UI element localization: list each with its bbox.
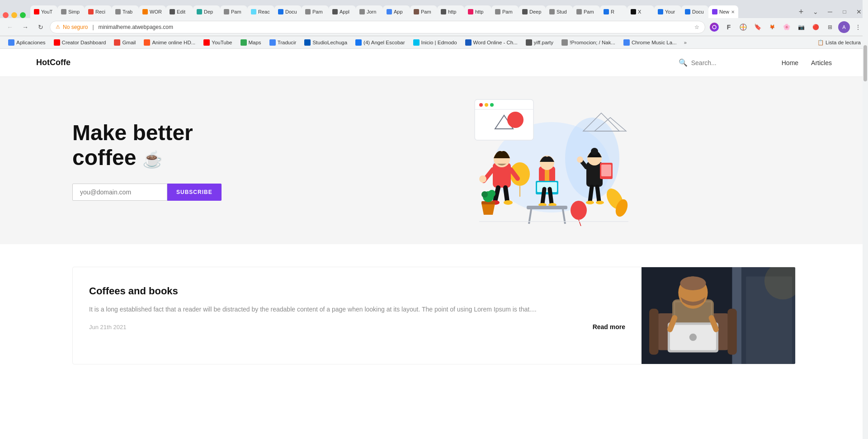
- svg-line-40: [590, 187, 592, 201]
- blog-card-title: Coffees and books: [89, 285, 625, 297]
- tab-edit[interactable]: Edit: [166, 5, 193, 18]
- bookmark-anime[interactable]: Anime online HD...: [140, 38, 199, 47]
- tab-deep[interactable]: Deep: [519, 5, 546, 18]
- hero-right: [262, 95, 832, 226]
- font-icon[interactable]: F: [722, 21, 735, 33]
- tab-reci[interactable]: Reci: [85, 5, 112, 18]
- bookmark-ext-icon[interactable]: 🔖: [751, 21, 764, 33]
- extensions-more-icon[interactable]: ⊞: [824, 21, 836, 33]
- ext-2-icon[interactable]: 🌸: [780, 21, 793, 33]
- blog-section: Coffees and books It is a long establish…: [0, 244, 868, 387]
- minimize-btn[interactable]: ─: [824, 5, 836, 18]
- bookmarks-more-btn[interactable]: »: [681, 39, 689, 46]
- bookmark-edmodo[interactable]: Inicio | Edmodo: [410, 38, 461, 47]
- extensions-icon[interactable]: [708, 21, 721, 33]
- nav-home[interactable]: Home: [782, 59, 798, 66]
- new-tab-btn[interactable]: +: [795, 5, 807, 18]
- tab-list-btn[interactable]: ⌄: [809, 5, 822, 18]
- bookmark-creator[interactable]: Creator Dashboard: [50, 38, 110, 47]
- tab-jorn[interactable]: Jorn: [356, 5, 383, 18]
- tab-simp[interactable]: Simp: [57, 5, 85, 18]
- palette-icon[interactable]: [737, 21, 750, 33]
- ext-3-icon[interactable]: 📷: [795, 21, 807, 33]
- svg-line-32: [550, 189, 552, 203]
- tab-trab[interactable]: Trab: [112, 5, 139, 18]
- minimize-window-btn[interactable]: [11, 12, 17, 18]
- svg-point-0: [712, 25, 716, 29]
- bookmark-favicon: [241, 39, 247, 46]
- tab-docu[interactable]: Docu: [274, 5, 302, 18]
- search-icon: 🔍: [679, 58, 688, 67]
- subscribe-button[interactable]: SUBSCRIBE: [167, 184, 222, 201]
- nav-links: Home Articles: [782, 59, 832, 66]
- tab-close-btn[interactable]: ✕: [731, 9, 735, 14]
- ext-4-icon[interactable]: 🔴: [809, 21, 822, 33]
- bookmark-yiff[interactable]: yiff.party: [522, 38, 557, 47]
- tab-r[interactable]: R: [600, 5, 627, 18]
- svg-rect-63: [649, 309, 658, 355]
- reading-list-btn[interactable]: 📋 Lista de lectura: [815, 38, 863, 47]
- reading-list-icon: 📋: [817, 39, 824, 46]
- tab-pam2[interactable]: Pam: [302, 5, 329, 18]
- tab-pam[interactable]: Pam: [220, 5, 247, 18]
- bookmark-traducir[interactable]: Traducir: [266, 38, 300, 47]
- bookmark-aplicaciones[interactable]: Aplicaciones: [5, 38, 49, 47]
- maximize-btn[interactable]: □: [838, 5, 851, 18]
- svg-rect-4: [475, 99, 533, 140]
- tab-reac[interactable]: Reac: [247, 5, 274, 18]
- tab-youtube[interactable]: YouT: [30, 5, 57, 18]
- tab-appl[interactable]: Appl: [329, 5, 356, 18]
- address-bar[interactable]: ⚠ No seguro | minimalheme.atwebpages.com…: [50, 21, 705, 33]
- bookmark-gmail[interactable]: Gmail: [110, 38, 139, 47]
- svg-point-24: [504, 200, 513, 205]
- read-more-link[interactable]: Read more: [593, 323, 625, 330]
- bookmark-favicon: [355, 39, 362, 46]
- tab-x[interactable]: X: [627, 5, 654, 18]
- tab-http2[interactable]: http: [464, 5, 491, 18]
- bookmark-youtube[interactable]: YouTube: [200, 38, 236, 47]
- blog-card-image: [642, 267, 795, 364]
- scrollbar-thumb[interactable]: [863, 45, 867, 81]
- bookmark-promo[interactable]: !Promocion; / Nak...: [558, 38, 619, 47]
- bookmark-favicon: [465, 39, 472, 46]
- tab-stud[interactable]: Stud: [546, 5, 573, 18]
- tab-pam5[interactable]: Pam: [573, 5, 600, 18]
- maximize-window-btn[interactable]: [20, 12, 26, 18]
- svg-point-43: [596, 201, 604, 204]
- bookmark-maps[interactable]: Maps: [237, 38, 265, 47]
- browser-scrollbar[interactable]: [863, 0, 868, 401]
- bookmark-star-icon[interactable]: ☆: [694, 24, 699, 30]
- profile-icon[interactable]: A: [838, 21, 850, 33]
- forward-btn[interactable]: →: [19, 21, 32, 33]
- bookmarks-bar: Aplicaciones Creator Dashboard Gmail Ani…: [0, 36, 868, 49]
- nav-articles[interactable]: Articles: [811, 59, 832, 66]
- bookmark-angel[interactable]: (4) Angel Escobar: [352, 38, 408, 47]
- address-text: minimalheme.atwebpages.com: [99, 24, 692, 30]
- tab-pam3[interactable]: Pam: [410, 5, 437, 18]
- hero-email-input[interactable]: [72, 184, 167, 201]
- tab-app2[interactable]: App: [383, 5, 410, 18]
- tab-your[interactable]: Your: [654, 5, 681, 18]
- tab-doc2[interactable]: Docu: [681, 5, 708, 18]
- tab-wor[interactable]: WOR: [139, 5, 166, 18]
- search-input[interactable]: [691, 59, 755, 66]
- tab-pam4[interactable]: Pam: [491, 5, 519, 18]
- bookmark-favicon: [526, 39, 532, 46]
- ext-1-icon[interactable]: 🦊: [766, 21, 778, 33]
- reload-btn[interactable]: ↻: [34, 21, 47, 33]
- bookmark-word[interactable]: Word Online - Ch...: [462, 38, 521, 47]
- tab-dep[interactable]: Dep: [193, 5, 220, 18]
- tab-new[interactable]: New ✕: [708, 5, 738, 18]
- svg-line-21: [495, 188, 498, 201]
- blog-card: Coffees and books It is a long establish…: [72, 267, 796, 364]
- back-btn[interactable]: ←: [4, 21, 16, 33]
- close-window-btn[interactable]: [3, 12, 9, 18]
- tab-http[interactable]: http: [437, 5, 464, 18]
- bookmark-chrome-music[interactable]: Chrome Music La...: [620, 38, 680, 47]
- bookmark-studio[interactable]: StudioLechuga: [301, 38, 351, 47]
- insecure-label: No seguro: [63, 24, 88, 30]
- bookmark-favicon: [8, 39, 14, 46]
- address-separator: |: [92, 24, 94, 30]
- blog-card-content: Coffees and books It is a long establish…: [73, 267, 642, 364]
- site-nav: HotCoffe 🔍 Home Articles: [0, 49, 868, 77]
